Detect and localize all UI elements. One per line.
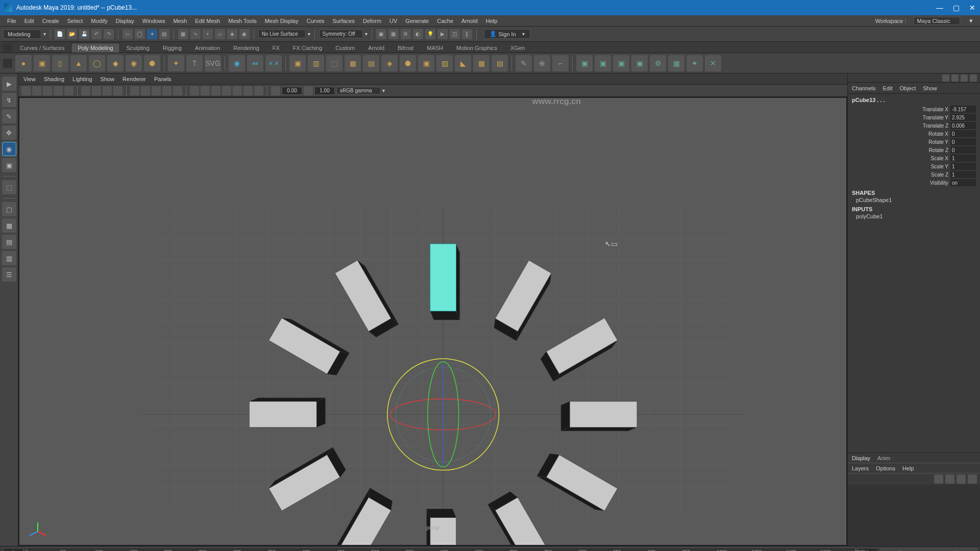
mirror-icon[interactable]: ⇔: [247, 55, 263, 71]
snap-point-icon[interactable]: •: [203, 29, 213, 39]
layer-menu-options[interactable]: Options: [876, 465, 895, 471]
attr-value[interactable]: [950, 106, 976, 113]
viewport[interactable]: persp www.rrcg.cn: [18, 97, 847, 546]
vt-shadow-icon[interactable]: [173, 86, 182, 95]
shelf-tab-animation[interactable]: Animation: [188, 43, 227, 53]
pause-icon[interactable]: ‖: [462, 29, 472, 39]
time-current-field[interactable]: [3, 548, 23, 551]
step-back-button[interactable]: ◀: [904, 548, 916, 551]
superellipse-icon[interactable]: ✦: [168, 55, 184, 71]
shelf-tab-rigging[interactable]: Rigging: [156, 43, 188, 53]
vt-bookmark-icon[interactable]: [32, 86, 41, 95]
menu-display[interactable]: Display: [112, 18, 138, 24]
view-menu-show[interactable]: Show: [101, 76, 115, 82]
layer-list[interactable]: [848, 485, 980, 546]
light-editor-icon[interactable]: 💡: [425, 29, 435, 39]
menu-modify[interactable]: Modify: [87, 18, 111, 24]
vt-wire-icon[interactable]: [130, 86, 139, 95]
live-surface-select[interactable]: No Live Surface: [258, 30, 306, 38]
undo-icon[interactable]: ↶: [91, 29, 102, 39]
snap-plane-icon[interactable]: ▱: [215, 29, 225, 39]
rotate-tool[interactable]: ◉: [2, 142, 16, 156]
layer-menu-layers[interactable]: Layers: [852, 465, 869, 471]
render-settings-icon[interactable]: ⚙: [401, 29, 411, 39]
menu-meshdisplay[interactable]: Mesh Display: [261, 18, 303, 24]
sel-mask-icon[interactable]: ▤: [159, 29, 169, 39]
cb-tab-object[interactable]: Object: [899, 85, 916, 91]
poly-cylinder-icon[interactable]: ▯: [52, 55, 68, 71]
attr-value[interactable]: [950, 163, 976, 170]
shelf-tab-fxcaching[interactable]: FX Caching: [286, 43, 329, 53]
menu-deform[interactable]: Deform: [359, 18, 385, 24]
cb-tab-edit[interactable]: Edit: [883, 85, 892, 91]
vt-xrayjoint-icon[interactable]: [211, 86, 220, 95]
vt-dof-icon[interactable]: [254, 86, 263, 95]
sculpt8-icon[interactable]: ✕: [705, 55, 721, 71]
vt-exposure-icon[interactable]: [271, 86, 280, 95]
vt-tex-icon[interactable]: [152, 86, 161, 95]
multicut-icon[interactable]: ✎: [516, 55, 532, 71]
shelf-tab-polymodeling[interactable]: Poly Modeling: [71, 43, 119, 53]
smooth-icon[interactable]: ◈: [381, 55, 398, 71]
attr-value[interactable]: [950, 114, 976, 121]
layer-down-icon[interactable]: [957, 474, 966, 484]
vt-exposure-field[interactable]: [282, 87, 302, 95]
open-scene-icon[interactable]: 📂: [67, 29, 77, 39]
view-menu-shading[interactable]: Shading: [44, 76, 64, 82]
svg-icon[interactable]: SVG: [205, 55, 221, 71]
play-fwd-button[interactable]: ▷: [929, 548, 940, 551]
select-tool[interactable]: ▶: [2, 77, 16, 91]
selected-object-name[interactable]: pCube13 . . .: [852, 97, 976, 103]
symmetry-icon[interactable]: ×.×: [265, 55, 282, 71]
menu-set-select[interactable]: Modeling: [3, 30, 41, 39]
poly-cube-icon[interactable]: ▣: [34, 55, 50, 71]
poly-sphere-icon[interactable]: ●: [15, 55, 32, 71]
vt-2dpan-icon[interactable]: [54, 86, 63, 95]
sculpt3-icon[interactable]: ▣: [613, 55, 629, 71]
select-mode-icon[interactable]: ▭: [122, 29, 133, 39]
render-icon[interactable]: ▦: [388, 29, 399, 39]
move-tool[interactable]: ✥: [2, 126, 16, 140]
shelf-toggle-icon[interactable]: [3, 59, 12, 68]
layout-outliner[interactable]: ▤: [2, 235, 16, 249]
extrude-icon[interactable]: ⬚: [326, 55, 342, 71]
triangulate-icon[interactable]: ◣: [455, 55, 471, 71]
menu-surfaces[interactable]: Surfaces: [329, 18, 359, 24]
view-menu-lighting[interactable]: Lighting: [72, 76, 92, 82]
layout-single[interactable]: ▢: [2, 202, 16, 216]
vt-imageplane-icon[interactable]: [43, 86, 52, 95]
vt-shaded-icon[interactable]: [141, 86, 150, 95]
last-tool[interactable]: ⬚: [2, 180, 16, 194]
layout-four[interactable]: ▦: [2, 218, 16, 233]
vt-xray-icon[interactable]: [201, 86, 210, 95]
step-back-key-button[interactable]: ◀|: [892, 548, 903, 551]
vt-film-icon[interactable]: [92, 86, 101, 95]
sculpt5-icon[interactable]: ⚙: [650, 55, 666, 71]
playblast-icon[interactable]: ▶: [437, 29, 448, 39]
sculpt6-icon[interactable]: ▦: [668, 55, 684, 71]
target-weld-icon[interactable]: ⊕: [534, 55, 550, 71]
menu-select[interactable]: Select: [63, 18, 87, 24]
cb-icon2[interactable]: [951, 74, 959, 82]
snap-grid-icon[interactable]: ▦: [178, 29, 188, 39]
shelf-tab-xgen[interactable]: XGen: [504, 43, 531, 53]
lasso-tool[interactable]: ↯: [2, 93, 16, 107]
bridge-icon[interactable]: ▦: [345, 55, 361, 71]
layer-up-icon[interactable]: [945, 474, 954, 484]
poly-torus-icon[interactable]: ◯: [89, 55, 105, 71]
shelf-tab-bifrost[interactable]: Bifrost: [391, 43, 420, 53]
vt-res-icon[interactable]: [113, 86, 122, 95]
goto-end-button[interactable]: ▶|: [966, 548, 977, 551]
vt-gate-icon[interactable]: [103, 86, 112, 95]
hypershade-icon[interactable]: ◐: [413, 29, 423, 39]
soft-select-icon[interactable]: ◉: [229, 55, 245, 71]
workspace-select[interactable]: Maya Classic: [914, 17, 960, 25]
separate-icon[interactable]: ▥: [308, 55, 324, 71]
vt-camera-icon[interactable]: [21, 86, 31, 95]
combine-icon[interactable]: ▣: [289, 55, 306, 71]
menu-arnold[interactable]: Arnold: [457, 18, 482, 24]
cb-tab-show[interactable]: Show: [923, 85, 937, 91]
shelf-tab-mash[interactable]: MASH: [420, 43, 450, 53]
boolean-icon[interactable]: ⬢: [400, 55, 416, 71]
menu-file[interactable]: File: [3, 18, 20, 24]
